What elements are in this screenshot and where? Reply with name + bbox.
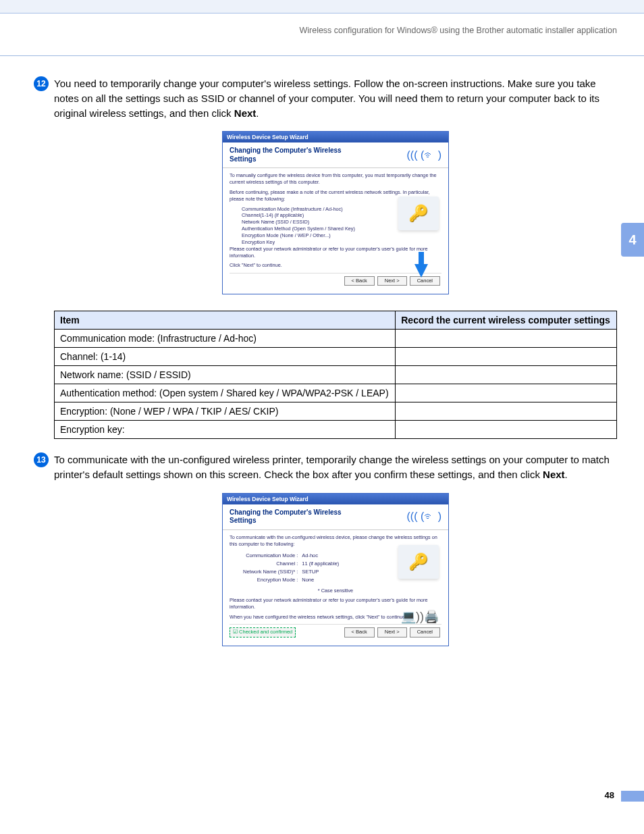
table-row: Encryption key: <box>55 421 396 439</box>
table-row: Encryption: (None / WEP / WPA / TKIP / A… <box>55 402 396 421</box>
table-row: Authentication method: (Open system / Sh… <box>55 384 396 402</box>
step-number-badge: 12 <box>34 76 49 91</box>
next-button[interactable]: Next > <box>377 276 407 286</box>
wizard-dialog-2: Wireless Device Setup Wizard Changing th… <box>222 493 449 646</box>
table-row: Communication mode: (Infrastructure / Ad… <box>55 330 396 348</box>
table-row: Network name: (SSID / ESSID) <box>55 366 396 384</box>
back-button[interactable]: < Back <box>344 627 375 637</box>
dialog-heading: Changing the Computer's Wireless Setting… <box>230 509 351 525</box>
dialog-heading: Changing the Computer's Wireless Setting… <box>230 147 351 163</box>
checked-confirmed-checkbox[interactable]: ☑ Checked and confirmed <box>230 627 296 637</box>
step-13-text: To communicate with the un-configured wi… <box>54 452 617 482</box>
table-header-item: Item <box>55 311 396 330</box>
step-12-text: You need to temporarily change your comp… <box>54 76 617 120</box>
key-icon: 🔑 <box>398 197 439 230</box>
wizard-dialog-1: Wireless Device Setup Wizard Changing th… <box>222 131 449 294</box>
key-icon: 🔑 <box>398 545 439 579</box>
dialog-titlebar: Wireless Device Setup Wizard <box>223 132 448 142</box>
table-row: Channel: (1-14) <box>55 348 396 366</box>
dialog-titlebar: Wireless Device Setup Wizard <box>223 494 448 504</box>
wifi-icon: ((( (ᯤ ) <box>406 149 441 161</box>
page-header: Wireless configuration for Windows® usin… <box>0 14 644 56</box>
step-12: 12 You need to temporarily change your c… <box>54 76 617 120</box>
table-header-record: Record the current wireless computer set… <box>396 311 617 330</box>
devices-icon: 💻))🖨️ <box>401 608 439 625</box>
wifi-icon: ((( (ᯤ ) <box>406 511 441 523</box>
settings-table: Item Record the current wireless compute… <box>54 311 617 439</box>
arrow-down-icon <box>414 264 428 278</box>
back-button[interactable]: < Back <box>344 276 375 286</box>
step-13: 13 To communicate with the un-configured… <box>54 452 617 482</box>
next-button[interactable]: Next > <box>377 627 407 637</box>
cancel-button[interactable]: Cancel <box>410 627 440 637</box>
page-number: 48 <box>605 790 614 800</box>
step-number-badge: 13 <box>34 452 49 467</box>
